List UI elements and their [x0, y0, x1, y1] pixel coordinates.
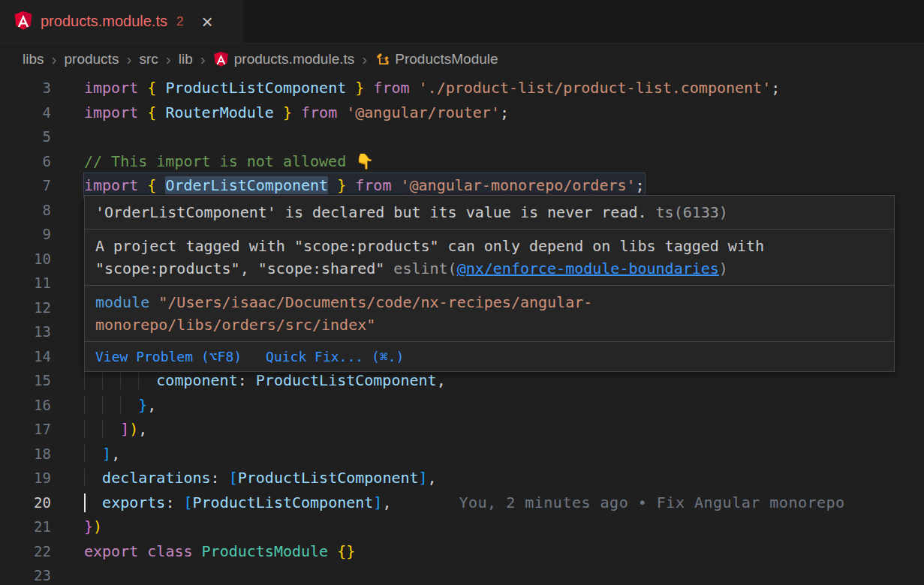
line-number: 20	[0, 490, 84, 515]
line-number: 4	[0, 100, 84, 125]
breadcrumb-label: products.module.ts	[234, 51, 355, 68]
tab-bar: products.module.ts 2 ×	[0, 0, 924, 44]
chevron-right-icon: ›	[200, 50, 206, 68]
angular-icon	[14, 10, 33, 33]
line-number: 15	[0, 368, 84, 393]
code-line[interactable]: 17 ]),	[0, 417, 924, 442]
breadcrumb-item-file[interactable]: products.module.ts	[213, 51, 355, 68]
code-line[interactable]: 23	[0, 563, 924, 585]
code-line[interactable]: 20 exports: [ProductListComponent],You, …	[0, 490, 924, 515]
line-number: 6	[0, 149, 84, 174]
hover-actions: View Problem (⌥F8) Quick Fix... (⌘.)	[85, 342, 894, 371]
diagnostic-source-suffix: )	[719, 260, 728, 278]
line-number: 8	[0, 198, 84, 223]
diagnostic-source-prefix: eslint(	[393, 260, 456, 278]
chevron-right-icon: ›	[362, 50, 367, 68]
breadcrumb: libs › products › src › lib › products.m…	[0, 44, 924, 75]
line-number: 16	[0, 393, 84, 418]
chevron-right-icon: ›	[166, 50, 171, 68]
line-number: 21	[0, 514, 84, 539]
line-number: 19	[0, 466, 84, 490]
code-line[interactable]: 22export class ProductsModule {}	[0, 539, 924, 564]
code-line[interactable]: 7import { OrderListComponent } from '@an…	[0, 173, 924, 198]
code-content: import { ProductListComponent } from './…	[84, 76, 780, 100]
breadcrumb-item-lib[interactable]: lib	[179, 51, 193, 68]
code-line[interactable]: 4import { RouterModule } from '@angular/…	[0, 100, 924, 125]
line-number: 23	[0, 563, 84, 585]
code-line[interactable]: 16 },	[0, 393, 924, 418]
line-number: 18	[0, 442, 84, 466]
vscode-window: products.module.ts 2 × libs › products ›…	[0, 0, 924, 585]
code-line[interactable]: 6// This import is not allowed 👇	[0, 149, 924, 174]
eslint-rule-link[interactable]: @nx/enforce-module-boundaries	[457, 260, 719, 278]
line-number: 10	[0, 247, 84, 272]
line-number: 13	[0, 320, 84, 344]
breadcrumb-label: libs	[23, 51, 44, 68]
line-number: 5	[0, 124, 84, 149]
code-line[interactable]: 3import { ProductListComponent } from '.…	[0, 76, 924, 100]
breadcrumb-label: src	[139, 51, 158, 68]
breadcrumb-label: ProductsModule	[395, 51, 498, 68]
code-line[interactable]: 18 ],	[0, 442, 924, 466]
diagnostic-message: 'OrderListComponent' is declared but its…	[95, 203, 647, 221]
angular-icon	[213, 51, 229, 68]
close-icon[interactable]: ×	[201, 12, 212, 32]
code-content: ]),	[84, 417, 147, 442]
line-number: 3	[0, 76, 84, 100]
line-number: 9	[0, 222, 84, 247]
code-content: declarations: [ProductListComponent],	[84, 466, 437, 490]
hover-module-info: module "/Users/isaac/Documents/code/nx-r…	[85, 286, 894, 342]
line-number: 7	[0, 173, 84, 198]
chevron-right-icon: ›	[52, 50, 57, 68]
tab-filename: products.module.ts	[41, 13, 167, 30]
breadcrumb-item-libs[interactable]: libs	[23, 51, 44, 68]
code-line[interactable]: 5	[0, 124, 924, 149]
line-number: 12	[0, 296, 84, 320]
code-content: export class ProductsModule {}	[84, 539, 355, 564]
code-content: // This import is not allowed 👇	[84, 149, 374, 174]
code-line[interactable]: 19 declarations: [ProductListComponent],	[0, 466, 924, 490]
breadcrumb-label: lib	[179, 51, 193, 68]
problem-hover-popup: 'OrderListComponent' is declared but its…	[84, 195, 895, 372]
line-number: 14	[0, 344, 84, 369]
code-line[interactable]: 21})	[0, 514, 924, 539]
hover-eslint-diagnostic: A project tagged with "scope:products" c…	[85, 230, 894, 286]
breadcrumb-label: products	[65, 51, 119, 68]
code-content: import { RouterModule } from '@angular/r…	[84, 100, 509, 125]
breadcrumb-item-products[interactable]: products	[65, 51, 119, 68]
code-content: import { OrderListComponent } from '@ang…	[84, 173, 645, 198]
line-number: 17	[0, 417, 84, 442]
git-blame-annotation: You, 2 minutes ago • Fix Angular monorep…	[459, 494, 844, 512]
chevron-right-icon: ›	[126, 50, 131, 68]
code-editor[interactable]: 3import { ProductListComponent } from '.…	[0, 75, 924, 585]
line-number: 22	[0, 539, 84, 564]
tab-problems-badge: 2	[176, 14, 183, 29]
code-content: })	[84, 514, 102, 539]
line-number: 11	[0, 271, 84, 296]
module-path: "/Users/isaac/Documents/code/nx-recipes/…	[95, 293, 592, 334]
hover-ts-diagnostic: 'OrderListComponent' is declared but its…	[85, 196, 894, 230]
breadcrumb-item-src[interactable]: src	[139, 51, 158, 68]
text-cursor	[84, 494, 86, 512]
view-problem-button[interactable]: View Problem (⌥F8)	[95, 346, 242, 367]
code-content: exports: [ProductListComponent],You, 2 m…	[84, 490, 845, 515]
class-symbol-icon	[375, 51, 390, 68]
quick-fix-button[interactable]: Quick Fix... (⌘.)	[266, 346, 404, 367]
breadcrumb-item-symbol[interactable]: ProductsModule	[375, 51, 498, 68]
diagnostic-source: ts(6133)	[647, 203, 728, 221]
code-content: },	[84, 393, 156, 418]
code-content: ],	[84, 442, 120, 466]
editor-tab[interactable]: products.module.ts 2 ×	[0, 0, 244, 43]
module-keyword: module	[95, 293, 149, 311]
